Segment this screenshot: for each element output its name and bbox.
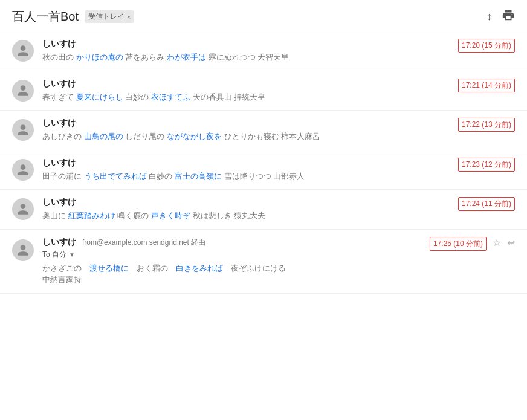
body-highlight: 声きく時ぞ: [151, 211, 193, 220]
email-time: 17:23 (12 分前): [458, 158, 515, 172]
badge-close[interactable]: ×: [127, 13, 131, 21]
email-time: 17:20 (15 分前): [458, 39, 515, 53]
body-text: 天の香具山 持統天皇: [193, 92, 266, 102]
body-highlight: うち出でてみれば: [84, 172, 149, 181]
email-time: 17:22 (13 分前): [458, 118, 515, 132]
avatar: [12, 198, 34, 220]
avatar: [12, 80, 34, 102]
body-text: 夜ぞふけにける: [231, 263, 286, 273]
email-item[interactable]: しいすけ 田子の浦に うち出でてみれば 白妙の 富士の高嶺に 雪は降りつつ 山部…: [0, 150, 527, 190]
email-item[interactable]: しいすけ 奥山に 紅葉踏みわけ 鳴く鹿の 声きく時ぞ 秋は悲しき 猿丸大夫 17…: [0, 190, 527, 230]
body-text: 奥山に: [42, 211, 68, 220]
email-item[interactable]: しいすけ あしびきの 山鳥の尾の しだり尾の ながながし夜を ひとりかも寝む 柿…: [0, 111, 527, 150]
body-text: 鳴く鹿の: [117, 211, 151, 220]
to-prefix: To 自分: [42, 250, 66, 260]
to-dropdown-arrow[interactable]: ▼: [69, 251, 75, 258]
body-text: 秋は悲しき 猿丸大夫: [193, 211, 266, 220]
body-highlight: ながながし夜を: [167, 132, 224, 141]
email-content: しいすけ 秋の田の かりほの庵の 苫をあらみ わが衣手は 露にぬれつつ 天智天皇: [42, 39, 452, 63]
time-badge: 17:21 (14 分前): [458, 79, 515, 92]
body-text: 露にぬれつつ 天智天皇: [209, 53, 289, 62]
time-badge: 17:22 (13 分前): [458, 118, 515, 132]
email-content: しいすけ あしびきの 山鳥の尾の しだり尾の ながながし夜を ひとりかも寝む 柿…: [42, 118, 452, 143]
body-text: 秋の田の: [42, 53, 76, 62]
to-line: To 自分 ▼: [42, 250, 424, 260]
time-badge: 17:23 (12 分前): [458, 158, 515, 172]
email-time: 17:24 (11 分前): [458, 197, 515, 211]
email-content: しいすけ 田子の浦に うち出でてみれば 白妙の 富士の高嶺に 雪は降りつつ 山部…: [42, 158, 452, 183]
avatar: [12, 119, 34, 141]
sender-name: しいすけ: [42, 79, 452, 89]
sender-name: しいすけ from@example.com sendgrid.net 経由: [42, 237, 424, 248]
email-item[interactable]: しいすけ from@example.com sendgrid.net 経由 To…: [0, 230, 527, 294]
sender-name: しいすけ: [42, 197, 452, 208]
time-badge: 17:20 (15 分前): [458, 39, 515, 53]
body-highlight: 山鳥の尾の: [84, 132, 126, 141]
body-text: 春すぎて: [42, 92, 76, 102]
body-text: 白妙の: [125, 92, 151, 102]
body-author: 中納言家持: [42, 275, 82, 284]
star-icon[interactable]: ☆: [493, 237, 501, 248]
email-body: あしびきの 山鳥の尾の しだり尾の ながながし夜を ひとりかも寝む 柿本人麻呂: [42, 131, 452, 143]
email-header: 百人一首Bot 受信トレイ × ↕: [0, 0, 527, 31]
inbox-badge[interactable]: 受信トレイ ×: [85, 10, 134, 23]
body-text: 白妙の: [149, 172, 175, 181]
email-time: 17:21 (14 分前): [458, 79, 515, 92]
body-text: かさざごの: [42, 263, 89, 273]
body-text: 苫をあらみ: [125, 53, 167, 62]
email-body: 田子の浦に うち出でてみれば 白妙の 富士の高嶺に 雪は降りつつ 山部赤人: [42, 170, 452, 183]
body-highlight: 夏来にけらし: [76, 92, 126, 102]
email-list: しいすけ 秋の田の かりほの庵の 苫をあらみ わが衣手は 露にぬれつつ 天智天皇…: [0, 31, 527, 294]
page-title: 百人一首Bot: [12, 8, 79, 25]
email-body: 春すぎて 夏来にけらし 白妙の 衣ほすてふ 天の香具山 持統天皇: [42, 91, 452, 103]
print-icon[interactable]: [502, 8, 515, 25]
badge-label: 受信トレイ: [88, 11, 124, 22]
sort-icon[interactable]: ↕: [487, 10, 492, 23]
header-left: 百人一首Bot 受信トレイ ×: [12, 8, 134, 25]
body-highlight: かりほの庵の: [76, 53, 126, 62]
time-badge: 17:24 (11 分前): [458, 197, 515, 211]
email-body: 奥山に 紅葉踏みわけ 鳴く鹿の 声きく時ぞ 秋は悲しき 猿丸大夫: [42, 210, 452, 222]
sender-name: しいすけ: [42, 118, 452, 129]
email-content: しいすけ 春すぎて 夏来にけらし 白妙の 衣ほすてふ 天の香具山 持統天皇: [42, 79, 452, 103]
avatar: [12, 239, 34, 261]
body-highlight: 紅葉踏みわけ: [68, 211, 118, 220]
email-item[interactable]: しいすけ 秋の田の かりほの庵の 苫をあらみ わが衣手は 露にぬれつつ 天智天皇…: [0, 31, 527, 71]
from-detail: from@example.com sendgrid.net 経由: [82, 238, 205, 247]
body-text: ひとりかも寝む 柿本人麻呂: [224, 132, 321, 141]
body-text: 雪は降りつつ 山部赤人: [224, 172, 305, 181]
body-highlight: 白きをみれば: [176, 263, 231, 273]
body-text: あしびきの: [42, 132, 84, 141]
body-highlight: 富士の高嶺に: [175, 172, 224, 181]
reply-icon[interactable]: ↩: [507, 237, 515, 248]
header-icons: ↕: [487, 8, 515, 25]
email-content: しいすけ 奥山に 紅葉踏みわけ 鳴く鹿の 声きく時ぞ 秋は悲しき 猿丸大夫: [42, 197, 452, 222]
time-badge: 17:25 (10 分前): [430, 237, 487, 251]
avatar: [12, 40, 34, 62]
body-text: おく霜の: [137, 263, 176, 273]
sender-name: しいすけ: [42, 39, 452, 50]
body-highlight: わが衣手は: [167, 53, 209, 62]
email-body: 秋の田の かりほの庵の 苫をあらみ わが衣手は 露にぬれつつ 天智天皇: [42, 51, 452, 63]
email-content: しいすけ from@example.com sendgrid.net 経由 To…: [42, 237, 424, 286]
email-time: 17:25 (10 分前) ☆ ↩: [430, 237, 515, 251]
avatar: [12, 159, 34, 181]
body-text: 田子の浦に: [42, 172, 84, 181]
body-text: しだり尾の: [125, 132, 167, 141]
body-highlight: 衣ほすてふ: [151, 92, 193, 102]
body-highlight: 渡せる橋に: [89, 263, 137, 273]
sender-name: しいすけ: [42, 158, 452, 169]
email-body: かさざごの 渡せる橋に おく霜の 白きをみれば 夜ぞふけにける 中納言家持: [42, 262, 424, 286]
email-item[interactable]: しいすけ 春すぎて 夏来にけらし 白妙の 衣ほすてふ 天の香具山 持統天皇 17…: [0, 71, 527, 111]
